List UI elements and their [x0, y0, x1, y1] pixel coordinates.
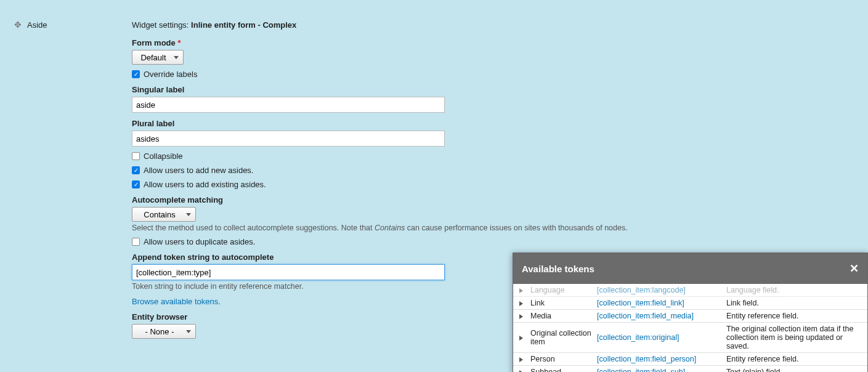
- token-name: Person: [528, 355, 597, 363]
- form-mode-select[interactable]: Default: [132, 50, 184, 65]
- token-name: Language: [528, 286, 597, 294]
- token-name: Media: [528, 312, 597, 320]
- plural-label-input[interactable]: [132, 131, 445, 147]
- token-description: Link field.: [726, 299, 867, 307]
- available-tokens-popup: Available tokens ✕ Language[collection_i…: [513, 253, 868, 372]
- token-description: Language field.: [726, 286, 867, 294]
- token-description: Entity reference field.: [726, 355, 867, 363]
- popup-close-icon[interactable]: ✕: [850, 262, 859, 275]
- plural-label-label: Plural label: [132, 119, 859, 128]
- token-row: Media[collection_item:field_media]Entity…: [513, 310, 867, 323]
- token-name: Link: [528, 299, 597, 307]
- allow-existing-checkbox[interactable]: ✓: [132, 180, 140, 188]
- token-value[interactable]: [collection_item:langcode]: [597, 286, 726, 294]
- token-description: The original collection item data if the…: [726, 325, 867, 350]
- form-mode-label: Form mode *: [132, 38, 859, 47]
- allow-duplicate-label: Allow users to duplicate asides.: [144, 237, 255, 246]
- allow-new-label: Allow users to add new asides.: [144, 166, 253, 175]
- collapsible-label: Collapsible: [144, 152, 183, 161]
- token-value[interactable]: [collection_item:field_link]: [597, 299, 726, 307]
- allow-new-checkbox[interactable]: ✓: [132, 166, 140, 174]
- autocomplete-matching-label: Autocomplete matching: [132, 195, 859, 204]
- token-row: Original collection item[collection_item…: [513, 323, 867, 353]
- browse-tokens-link[interactable]: Browse available tokens.: [132, 297, 221, 306]
- allow-duplicate-checkbox[interactable]: [132, 238, 140, 246]
- append-token-input[interactable]: [132, 264, 445, 280]
- collapsible-checkbox[interactable]: [132, 152, 140, 160]
- token-row: Subhead[collection_item:field_sub]Text (…: [513, 366, 867, 372]
- expand-icon[interactable]: [519, 336, 523, 341]
- entity-browser-select[interactable]: - None -: [132, 324, 196, 339]
- token-value[interactable]: [collection_item:field_media]: [597, 312, 726, 320]
- token-description: Text (plain) field.: [726, 368, 867, 372]
- singular-label-input[interactable]: [132, 97, 445, 113]
- override-labels-label: Override labels: [144, 70, 197, 79]
- allow-existing-label: Allow users to add existing asides.: [144, 180, 266, 189]
- expand-icon[interactable]: [519, 357, 523, 362]
- token-value[interactable]: [collection_item:field_person]: [597, 355, 726, 363]
- token-value[interactable]: [collection_item:field_sub]: [597, 368, 726, 372]
- token-description: Entity reference field.: [726, 312, 867, 320]
- autocomplete-help: Select the method used to collect autoco…: [132, 224, 859, 232]
- token-value[interactable]: [collection_item:original]: [597, 333, 726, 342]
- singular-label-label: Singular label: [132, 85, 859, 94]
- token-row: Person[collection_item:field_person]Enti…: [513, 353, 867, 366]
- token-row: Language[collection_item:langcode]Langua…: [513, 284, 867, 297]
- expand-icon[interactable]: [519, 301, 523, 306]
- expand-icon[interactable]: [519, 288, 523, 293]
- widget-settings-title: Widget settings: Inline entity form - Co…: [132, 20, 859, 30]
- popup-title: Available tokens: [522, 264, 594, 274]
- override-labels-checkbox[interactable]: ✓: [132, 70, 140, 78]
- drag-handle-icon[interactable]: ✥: [14, 20, 22, 30]
- token-name: Subhead: [528, 368, 597, 372]
- expand-icon[interactable]: [519, 314, 523, 319]
- autocomplete-matching-select[interactable]: Contains: [132, 207, 196, 222]
- field-name: Aside: [27, 0, 132, 342]
- token-name: Original collection item: [528, 329, 597, 346]
- token-row: Link[collection_item:field_link]Link fie…: [513, 297, 867, 310]
